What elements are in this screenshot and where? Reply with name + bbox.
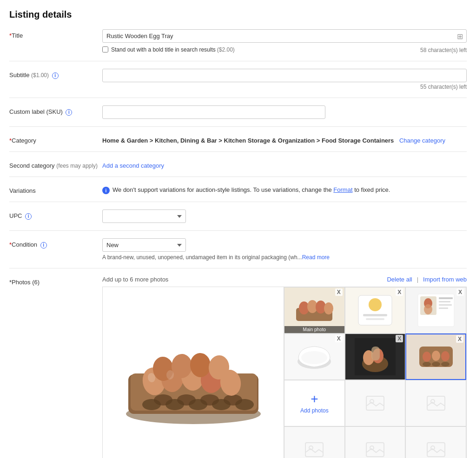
title-input-wrapper: ⊞ [102,29,467,43]
thumb-3-close[interactable]: X [456,288,464,296]
title-label: *Title [9,29,102,39]
svg-point-29 [369,298,382,311]
custom-label-info-icon[interactable]: i [66,109,72,116]
condition-input-col: New Used A brand-new, unused, unopened, … [102,238,467,261]
condition-read-more-link[interactable]: Read more [302,254,330,261]
thumbnail-2[interactable]: X [345,287,406,334]
svg-rect-31 [366,318,384,320]
thumbnail-4[interactable]: X [284,334,345,380]
condition-info-icon[interactable]: i [40,242,47,249]
thumbnail-grid: X Main photo X [284,287,466,458]
add-second-category-link[interactable]: Add a second category [102,159,164,169]
variations-note-end: to fixed price. [354,186,390,193]
svg-point-41 [301,351,327,364]
svg-point-48 [423,352,431,362]
empty-placeholder-4 [366,442,384,457]
second-category-row: Second category (fees may apply) Add a s… [9,159,467,177]
category-row: *Category Home & Garden > Kitchen, Dinin… [9,134,467,152]
thumb-1-main-label: Main photo [284,326,344,333]
title-char-count: 58 character(s) left [420,47,467,53]
change-category-link[interactable]: Change category [399,137,445,144]
main-photo-display[interactable] [103,287,284,458]
empty-thumb-2[interactable] [405,380,466,426]
import-from-web-link[interactable]: Import from web [423,276,467,283]
svg-rect-56 [427,396,445,410]
main-photo-area: ⬡ ↻ ✦ ▲ ✳ 🗑 [103,287,284,458]
svg-point-9 [177,394,196,406]
svg-point-51 [423,362,431,366]
upc-label: UPC i [9,209,102,220]
thumb-2-close[interactable]: X [396,288,403,296]
custom-label-label: Custom label (SKU) i [9,105,102,116]
main-photo-image [119,333,268,425]
svg-rect-38 [439,304,452,306]
thumb-4-close[interactable]: X [335,335,343,342]
thumbnail-5[interactable]: X [345,334,406,380]
variations-info-icon: i [102,187,110,194]
title-input[interactable] [102,29,467,43]
empty-thumb-4[interactable] [345,426,406,458]
svg-point-8 [154,394,172,406]
thumb-5-close[interactable]: X [396,335,403,342]
empty-placeholder-5 [427,442,445,457]
condition-label: *Condition i [9,238,102,249]
photos-header-actions: Delete all | Import from web [387,276,467,283]
thumbnail-3[interactable]: X [405,287,466,334]
custom-label-row: Custom label (SKU) i [9,105,467,127]
title-expand-icon: ⊞ [457,32,463,40]
empty-thumb-5[interactable] [405,426,466,458]
second-category-input-col: Add a second category [102,159,467,169]
empty-thumb-1[interactable] [345,380,406,426]
second-category-label: Second category (fees may apply) [9,159,102,169]
upc-info-icon[interactable]: i [25,213,32,220]
variations-row: Variations i We don't support variations… [9,184,467,202]
photos-count: (6) [32,279,40,286]
custom-label-input[interactable] [102,105,325,119]
condition-select[interactable]: New Used [102,238,186,252]
thumbnail-6[interactable]: X [405,334,466,380]
variations-note-text: We don't support variations for auction-… [112,186,332,193]
delete-all-link[interactable]: Delete all [387,276,412,283]
second-category-fees: (fees may apply) [56,163,98,169]
subtitle-label: Subtitle ($1.00) i [9,69,102,79]
variations-format-link[interactable]: Format [333,186,352,193]
photos-content: Add up to 6 more photos Delete all | Imp… [102,276,467,458]
svg-point-50 [441,351,450,361]
empty-placeholder-3 [305,442,324,457]
thumbnail-1[interactable]: X Main photo [284,287,345,334]
title-input-col: ⊞ Stand out with a bold title in search … [102,29,467,53]
photos-header: Add up to 6 more photos Delete all | Imp… [102,276,467,283]
photos-grid-wrapper: ⬡ ↻ ✦ ▲ ✳ 🗑 [102,287,467,458]
svg-rect-60 [366,443,384,457]
variations-label: Variations [9,184,102,194]
category-input-col: Home & Garden > Kitchen, Dining & Bar > … [102,134,467,144]
subtitle-info-icon[interactable]: i [52,72,59,79]
svg-point-52 [432,362,440,366]
svg-rect-30 [363,314,387,316]
add-photos-label: Add photos [300,407,329,414]
title-row: *Title ⊞ Stand out with a bold title in … [9,29,467,61]
empty-thumb-3[interactable] [284,426,345,458]
bold-title-label: Stand out with a bold title in search re… [111,46,216,53]
add-photos-cell[interactable]: + Add photos [284,380,345,426]
thumb-1-close[interactable]: X [335,288,343,296]
svg-rect-39 [439,308,448,309]
upc-select[interactable] [102,209,186,223]
svg-point-53 [441,362,450,366]
empty-placeholder-1 [366,396,384,411]
photos-label: *Photos (6) [9,276,102,286]
condition-row: *Condition i New Used A brand-new, unuse… [9,238,467,268]
thumb-6-close[interactable]: X [456,335,463,343]
svg-point-27 [324,302,333,314]
custom-label-input-col [102,105,467,119]
svg-point-35 [424,304,432,314]
svg-point-11 [224,394,242,406]
subtitle-input[interactable] [102,69,467,82]
empty-placeholder-2 [427,396,445,411]
bold-title-row: Stand out with a bold title in search re… [102,46,467,53]
svg-rect-37 [439,301,450,302]
variations-input-col: i We don't support variations for auctio… [102,184,467,194]
subtitle-input-col: 55 character(s) left [102,69,467,90]
add-photos-icon: + [311,393,318,406]
bold-title-checkbox[interactable] [102,46,108,52]
